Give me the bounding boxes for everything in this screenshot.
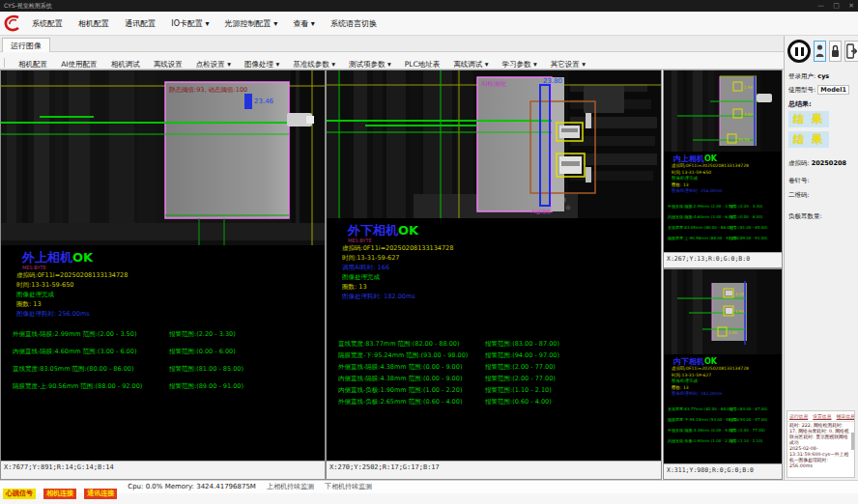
login-user-row: 登录用户: cys [788, 72, 829, 81]
log-tab-error-info[interactable]: 错误信息 [837, 413, 855, 419]
ai-time-label: 调用AI耗时: 166 [342, 263, 661, 272]
measurement-row: 直线宽度:83.05mm 范围:(80.00 - 86.00)报警范围:(81.… [13, 360, 323, 378]
camera-image-outer-upper[interactable]: 静态阈值:93, 动态阈值:100 23.46 [1, 70, 325, 245]
status-ok-label: OK [398, 223, 418, 238]
menu-item-system-config[interactable]: 系统配置 [32, 12, 63, 36]
user-login-button[interactable] [814, 41, 826, 62]
camera-title-row: 外上相机OK [22, 250, 325, 265]
alarm-range: 报警范围:(0.60 - 4.00) [485, 396, 552, 407]
measurement-value: 外侧直线-隔膜:4.38mm 范围:(0.00 - 9.00) [338, 363, 462, 371]
measurement-value: 内侧直线-负极:1.90mm 范围:(1.00 - 2.20) [338, 386, 462, 394]
tag-value-label: 4.38 [735, 292, 744, 296]
camera-view-inner-lower[interactable]: 4.38 1.90 2.65 内下相机OK 虚拟码:0F11i=20250208… [663, 268, 783, 480]
marker-blue-rect [244, 94, 252, 109]
measurement-value: 内侧直线-隔膜:4.60mm (3.00 - 6.00) [668, 214, 735, 219]
measurement-value: 隔膜宽度-上:90.56mm (88.00 - 92.00) [668, 236, 738, 240]
menu-item-light-config[interactable]: 光源控制配置 ▾ [225, 12, 278, 36]
pixel-coords-bar: X:7677;Y:891;R:14;G:14;B:14 [1, 461, 325, 479]
measurement-list: 外侧直线-隔膜:2.99mm 范围:(2.00 - 3.50)报警范围:(2.2… [13, 325, 323, 395]
cpu-memory-label: Cpu: 0.0% Memory: 3424.41796875M [128, 481, 256, 493]
alarm-range: 报警范围:(1.10 - 2.10) [485, 384, 552, 396]
measurement-row: 直线宽度:83.77mm (82.00 - 88.00)报警:(83.00 - … [668, 404, 782, 414]
toolbar-separator [4, 58, 5, 68]
measurement-row: 隔膜宽度-上:90.56mm (88.00 - 92.00)报警:(89.00 … [668, 233, 782, 243]
camera-name-label: 外上相机 [22, 250, 72, 265]
camera-view-outer-lower[interactable]: AI检测框 23.80 AI处理框 外下相机OK MES:BYTE 虚拟码:0F… [326, 70, 662, 480]
measurement-value: 外侧直线-负极:2.65mm 范围:(0.60 - 4.00) [338, 398, 462, 406]
comm-connection-badge: 通讯连接 [84, 489, 117, 499]
measurement-value: 隔膜宽度-下:95.24mm 范围:(93.00 - 98.00) [338, 351, 468, 359]
menubar: 系统配置 相机配置 通讯配置 IO卡配置 ▾ 光源控制配置 ▾ 查看 ▾ 系统语… [0, 12, 858, 36]
side-panel: 登录用户: cys 使用型号: Model1 总结果: 结 果 结 果 虚拟码:… [784, 36, 858, 480]
measurement-row: 外侧直线-隔膜:4.38mm (0.00 - 9.00)报警:(2.00 - 7… [668, 425, 782, 435]
model-label: 使用型号: [788, 86, 815, 94]
log-tab-settings-info[interactable]: 设置信息 [813, 413, 831, 419]
menu-item-comm-config[interactable]: 通讯配置 [125, 12, 156, 36]
measurement-value: 内侧直线-负极:1.90mm (1.00 - 2.20) [668, 438, 735, 443]
status-bar: 心跳信号 相机连接 通讯连接 Cpu: 0.0% Memory: 3424.41… [0, 480, 858, 493]
camera-view-outer-upper[interactable]: 静态阈值:93, 动态阈值:100 23.46 外上相机OK MES:BYTE … [0, 70, 326, 480]
measurement-value: 外侧直线-隔膜:4.38mm (0.00 - 9.00) [668, 428, 735, 433]
upper-camera-monitor-label: 上相机持续监测 [267, 481, 314, 493]
lock-button[interactable] [829, 41, 842, 62]
maximize-button[interactable]: □ [833, 2, 840, 10]
log-panel[interactable]: 运行信息 设置信息 错误信息 耗时: 222, 网络检测耗时: 17, 网络分发… [786, 410, 855, 478]
elapsed-label: 图像处理耗时: 256.00ms [672, 188, 782, 195]
measurement-value: 直线宽度:83.77mm 范围:(82.00 - 88.00) [338, 340, 459, 348]
camera-connection-badge: 相机连接 [43, 489, 76, 499]
alarm-range: 报警:(0.00 - 6.00) [729, 211, 762, 222]
pixel-coords-bar: X:311;Y:980;R:0;G:0;B:0 [664, 463, 782, 479]
elapsed-label: 图像处理耗时: 256.00ms [16, 309, 325, 319]
minimize-button[interactable]: — [817, 2, 824, 10]
alarm-range: 报警范围:(2.00 - 77.00) [485, 361, 556, 373]
alarm-range: 报警:(89.00 - 91.00) [729, 233, 767, 243]
camera-name-label: 外下相机 [348, 223, 398, 238]
alarm-range: 报警范围:(83.00 - 87.00) [485, 338, 559, 350]
camera-image-inner-upper[interactable]: 2.99 4.60 90.56 [664, 70, 782, 152]
virtual-code-value: 20250208 [812, 159, 846, 167]
measurement-row: 外侧直线-隔膜:2.99mm (2.00 - 3.50)报警:(2.20 - 3… [668, 201, 782, 211]
threshold-overlay-label: 静态阈值:93, 动态阈值:100 [169, 86, 247, 94]
close-button[interactable]: ✕ [848, 2, 854, 10]
measurement-value: 内侧直线-隔膜:4.60mm 范围:(3.00 - 6.00) [13, 348, 136, 355]
menu-item-camera-config[interactable]: 相机配置 [78, 12, 109, 36]
app-window: CYS-视觉检测系统 — □ ✕ 系统配置 相机配置 通讯配置 IO卡配置 ▾ … [0, 0, 858, 504]
exit-icon [846, 43, 857, 59]
status-ok-label: OK [704, 357, 717, 366]
log-tab-run-info[interactable]: 运行信息 [789, 413, 808, 419]
camera-image-inner-lower[interactable]: 4.38 1.90 2.65 [664, 269, 782, 354]
ai-small-label: AI处理框 [531, 209, 551, 215]
log-scrollbar[interactable] [851, 433, 854, 450]
user-icon [815, 43, 824, 59]
titlebar: CYS-视觉检测系统 — □ ✕ [0, 0, 858, 12]
menu-item-io-config[interactable]: IO卡配置 ▾ [171, 12, 209, 36]
alarm-range: 报警范围:(89.00 - 91.00) [169, 378, 243, 395]
camera-view-inner-upper[interactable]: 2.99 4.60 90.56 内上相机OK 虚拟码:0F11i=2025020… [663, 70, 783, 268]
menu-item-language-switch[interactable]: 系统语言切换 [330, 12, 377, 36]
elapsed-label: 图像处理耗时: 182.00ms [672, 391, 782, 398]
pause-button[interactable] [787, 40, 811, 63]
pixel-coords-bar: X:267;Y:13;R:0;G:0;B:0 [664, 252, 782, 267]
negative-tab-count-label: 负极耳数量: [788, 212, 822, 221]
measurement-list: 直线宽度:83.77mm (82.00 - 88.00)报警:(83.00 - … [664, 404, 782, 446]
menu-item-view[interactable]: 查看 ▾ [293, 12, 315, 36]
exit-button[interactable] [844, 41, 858, 62]
camera-result-text-outer-upper: 外上相机OK MES:BYTE 虚拟码:0F11i=20250208133134… [1, 245, 325, 319]
app-logo-icon [4, 14, 21, 32]
needle-number-label: 卷针号: [788, 177, 810, 185]
measurement-row: 隔膜宽度-上:90.56mm 范围:(88.00 - 92.00)报警范围:(8… [13, 378, 323, 395]
elapsed-label: 图像处理耗时: 182.00ms [342, 292, 661, 301]
measurement-value: 外侧直线-隔膜:2.99mm 范围:(2.00 - 3.50) [13, 330, 136, 338]
measurement-row: 隔膜宽度-下:95.24mm 范围:(93.00 - 98.00)报警范围:(9… [338, 350, 659, 361]
tab-run-image[interactable]: 运行图像 [2, 38, 50, 53]
camera-result-text-inner-upper: 内上相机OK 虚拟码:0F11i=20250208133134728 时间:13… [664, 152, 782, 243]
connector-part [757, 94, 772, 102]
camera-title-row: 外下相机OK [348, 223, 661, 238]
measurement-value: 内侧直线-隔膜:4.38mm 范围:(0.00 - 9.00) [338, 375, 462, 382]
tab-strip: 运行图像 [0, 36, 784, 52]
measurement-row: 内侧直线-负极:1.90mm (1.00 - 2.20)报警:(1.10 - 2… [668, 435, 782, 446]
measurement-row: 外侧直线-隔膜:4.38mm 范围:(0.00 - 9.00)报警范围:(2.0… [338, 361, 659, 373]
model-select[interactable]: Model1 [817, 85, 849, 95]
camera-image-outer-lower[interactable]: AI检测框 23.80 AI处理框 [327, 70, 661, 218]
lower-camera-monitor-label: 下相机持续监测 [325, 481, 372, 493]
